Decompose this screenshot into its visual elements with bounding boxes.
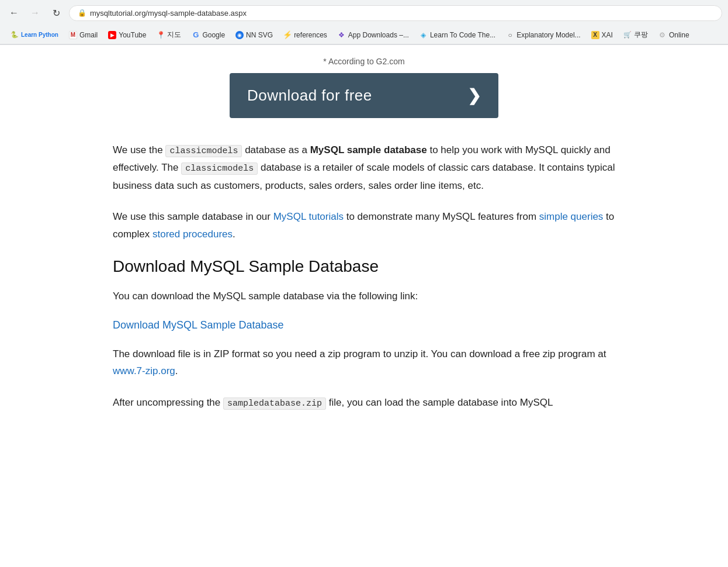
app-downloads-icon: ❖ <box>338 31 346 39</box>
back-button[interactable]: ← <box>6 5 22 21</box>
zip-paragraph: The download file is in ZIP format so yo… <box>113 345 615 381</box>
nnsvg-icon: ◉ <box>235 31 244 39</box>
bookmark-label: Google <box>202 31 225 39</box>
para2-text-before-link1: We use this sample database in our <box>113 211 273 222</box>
para1-text-before-code1: We use the <box>113 144 165 155</box>
classicmodels-code-2: classicmodels <box>181 163 258 175</box>
bookmark-nnsvg[interactable]: ◉ NN SVG <box>231 29 278 41</box>
bookmark-google[interactable]: G Google <box>187 29 230 41</box>
section-heading: Download MySQL Sample Database <box>113 257 615 276</box>
bookmark-references[interactable]: ⚡ references <box>279 29 332 41</box>
learn-python-icon: 🐍 <box>11 31 19 39</box>
bookmark-gmail[interactable]: M Gmail <box>64 29 102 41</box>
features-paragraph: We use this sample database in our MySQL… <box>113 208 615 243</box>
page-content: * According to G2.com Download for free … <box>101 45 627 449</box>
sampledatabase-zip-code: sampledatabase.zip <box>223 397 326 410</box>
according-text: * According to G2.com <box>113 57 615 66</box>
reload-button[interactable]: ↻ <box>48 5 64 21</box>
download-button[interactable]: Download for free ❯ <box>230 73 498 118</box>
bookmark-label: Online <box>669 31 689 39</box>
para1-text-after-code1: database as a <box>242 144 310 155</box>
uncompress-paragraph: After uncompressing the sampledatabase.z… <box>113 394 615 412</box>
para4-text-before: The download file is in ZIP format so yo… <box>113 348 606 359</box>
bookmark-label: NN SVG <box>246 31 273 39</box>
kupang-icon: 🛒 <box>623 31 632 39</box>
mysql-sample-db-bold: MySQL sample database <box>310 144 427 155</box>
forward-button[interactable]: → <box>27 5 43 21</box>
para5-text-before: After uncompressing the <box>113 397 223 408</box>
bookmark-learn-to-code[interactable]: ◈ Learn To Code The... <box>415 29 500 41</box>
bookmark-xai[interactable]: X XAI <box>587 29 618 41</box>
para2-text-middle: to demonstrate many MySQL features from <box>344 211 539 222</box>
bookmark-label: Gmail <box>79 31 98 39</box>
mysql-tutorials-link[interactable]: MySQL tutorials <box>273 211 344 222</box>
maps-icon: 📍 <box>157 31 165 39</box>
learn-to-code-icon: ◈ <box>420 31 428 39</box>
online-icon: ⚙ <box>658 31 667 39</box>
stored-procedures-link[interactable]: stored procedures <box>152 229 233 240</box>
download-intro-paragraph: You can download the MySQL sample databa… <box>113 288 615 305</box>
bookmark-maps[interactable]: 📍 지도 <box>152 28 186 42</box>
bookmark-label: XAI <box>602 31 613 39</box>
bookmark-app-downloads[interactable]: ❖ App Downloads –... <box>333 29 414 41</box>
para2-text-end: . <box>233 229 235 240</box>
references-icon: ⚡ <box>283 31 292 39</box>
bookmark-online[interactable]: ⚙ Online <box>654 29 694 41</box>
7zip-link[interactable]: www.7-zip.org <box>113 365 175 376</box>
url-text: mysqltutorial.org/mysql-sample-database.… <box>90 9 247 18</box>
download-button-label: Download for free <box>247 87 372 105</box>
bookmarks-bar: 🐍 Learn Python M Gmail ▶ YouTube 📍 지도 G … <box>0 26 728 44</box>
explanatory-icon: ○ <box>506 31 514 39</box>
google-icon: G <box>192 31 200 39</box>
para4-text-end: . <box>175 365 178 376</box>
bookmark-label: App Downloads –... <box>348 31 409 39</box>
bookmark-label: 지도 <box>167 30 181 40</box>
download-arrow-icon: ❯ <box>467 86 481 105</box>
simple-queries-link[interactable]: simple queries <box>539 211 604 222</box>
bookmark-kupang[interactable]: 🛒 쿠팡 <box>619 28 653 42</box>
bookmark-label: Learn Python <box>21 32 58 38</box>
bookmark-label: Learn To Code The... <box>430 31 495 39</box>
bookmark-learn-python[interactable]: 🐍 Learn Python <box>6 29 63 41</box>
nav-bar: ← → ↻ 🔒 mysqltutorial.org/mysql-sample-d… <box>0 0 728 26</box>
xai-icon: X <box>591 31 599 39</box>
bookmark-label: YouTube <box>119 31 146 39</box>
bookmark-explanatory[interactable]: ○ Explanatory Model... <box>501 29 585 41</box>
intro-paragraph: We use the classicmodels database as a M… <box>113 141 615 194</box>
classicmodels-code-1: classicmodels <box>165 145 242 157</box>
browser-chrome: ← → ↻ 🔒 mysqltutorial.org/mysql-sample-d… <box>0 0 728 45</box>
bookmark-label: references <box>294 31 327 39</box>
bookmark-label: Explanatory Model... <box>516 31 580 39</box>
gmail-icon: M <box>69 31 77 39</box>
download-db-link[interactable]: Download MySQL Sample Database <box>113 319 283 331</box>
bookmark-label: 쿠팡 <box>634 30 648 40</box>
lock-icon: 🔒 <box>78 9 86 17</box>
para5-text-after: file, you can load the sample database i… <box>326 397 553 408</box>
youtube-icon: ▶ <box>108 31 116 39</box>
bookmark-youtube[interactable]: ▶ YouTube <box>103 29 151 41</box>
address-bar[interactable]: 🔒 mysqltutorial.org/mysql-sample-databas… <box>69 5 722 21</box>
